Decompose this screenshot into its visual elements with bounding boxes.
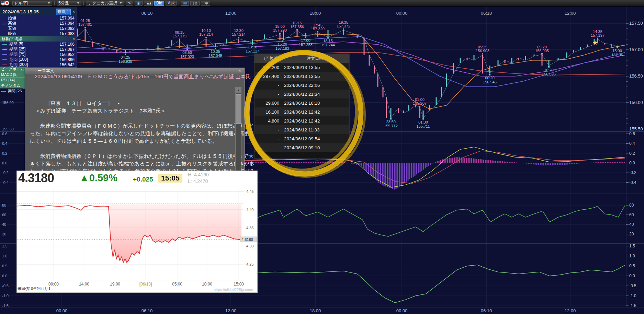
svg-text:13:10: 13:10 bbox=[248, 45, 257, 49]
svg-text:4.35: 4.35 bbox=[246, 226, 253, 230]
timeframe-value: 5分足 bbox=[58, 0, 69, 6]
currency-pair-select[interactable]: ドル/円 ▼ bbox=[12, 1, 52, 6]
svg-text:157.372: 157.372 bbox=[337, 24, 350, 28]
chevron-down-icon: ▼ bbox=[77, 1, 80, 5]
svg-text:0.6: 0.6 bbox=[629, 131, 635, 136]
zoom-out-button[interactable]: ↓⊖ bbox=[190, 1, 200, 6]
yield-change-absolute: +0.025 bbox=[133, 176, 153, 183]
news-line bbox=[30, 145, 236, 152]
svg-text:08:50: 08:50 bbox=[182, 50, 192, 55]
ma-row: 期間 [5]157.106 bbox=[0, 42, 77, 47]
close-icon[interactable]: × bbox=[237, 69, 242, 73]
svg-text:-0.4: -0.4 bbox=[2, 181, 9, 185]
svg-text:-1.0: -1.0 bbox=[629, 293, 636, 298]
svg-text:157.214: 157.214 bbox=[232, 32, 246, 36]
news-window: ニュース本文 × 2024/06/13 09:54:09 ＦＯＭＣこうみる:ドル… bbox=[25, 68, 245, 175]
news-line: 米消費者物価指数（ＣＰＩ）はわずかに下振れただけだったが、ドルは１５５円後半まで… bbox=[30, 152, 236, 160]
ma-value: 156.542 bbox=[60, 62, 75, 67]
svg-text:60: 60 bbox=[629, 212, 634, 217]
news-scrollbar[interactable]: ▲ bbox=[235, 87, 241, 172]
ma-section-header: 移動平均線 × bbox=[0, 36, 77, 42]
svg-text:06:10: 06:10 bbox=[142, 308, 153, 313]
scroll-up-icon[interactable]: ▲ bbox=[236, 88, 241, 93]
bid-button[interactable]: Bid bbox=[154, 1, 164, 6]
yield-change-pct-value: 0.59% bbox=[89, 172, 117, 183]
zoom-in-icon: ↑⊕ bbox=[203, 1, 208, 5]
yield-quote-time: 15:05 bbox=[158, 174, 182, 183]
ma-value: 157.106 bbox=[60, 42, 75, 47]
timeframe-select[interactable]: 5分足 ▼ bbox=[57, 1, 81, 6]
order-table-row[interactable]: -2024/06/12 22:06 bbox=[255, 81, 349, 90]
separator bbox=[179, 1, 179, 5]
ma-section-title: 移動平均線 bbox=[2, 36, 72, 42]
news-body: ［東京 １３日 ロイター］ - ＜みずほ証券 チーフ為替ストラテジスト ?本雅?… bbox=[30, 100, 236, 183]
svg-text:15:20: 15:20 bbox=[278, 42, 287, 46]
ask-button[interactable]: Ask bbox=[166, 1, 177, 6]
close-icon[interactable]: × bbox=[72, 10, 76, 14]
legend-line-swatch bbox=[2, 65, 7, 65]
order-amount: - bbox=[255, 83, 281, 88]
svg-text:-0.4: -0.4 bbox=[629, 180, 636, 185]
separator bbox=[54, 1, 55, 5]
currency-pair-flags-icon bbox=[1, 1, 11, 6]
svg-text:157.50: 157.50 bbox=[629, 21, 643, 26]
ohlc-row: 始値157.094 bbox=[0, 15, 77, 21]
yield-low: L: 4.2470 bbox=[188, 178, 209, 185]
svg-text:-1.5: -1.5 bbox=[2, 304, 9, 308]
order-table-row[interactable]: 16,1002024/06/12 12:42 bbox=[255, 107, 349, 116]
order-table-row[interactable]: -2024/06/12 11:33 bbox=[255, 125, 349, 134]
svg-text:18:00: 18:00 bbox=[310, 11, 321, 16]
svg-text:155.50: 155.50 bbox=[629, 126, 643, 131]
order-amount: 16,100 bbox=[255, 109, 281, 115]
trading-app-screen: 157.50157.50157.00157.00156.50156.50156.… bbox=[0, 0, 644, 314]
zoom-in-button[interactable]: ↑⊕ bbox=[201, 1, 210, 6]
svg-text:04:25: 04:25 bbox=[121, 55, 130, 59]
order-table-row[interactable]: 287,4002024/06/13 13:55 bbox=[255, 72, 349, 81]
order-datetime: 2024/06/12 12:42 bbox=[281, 109, 349, 115]
toolbar: ドル/円 ▼ 5分足 ▼ テクニカル選択 ▼ ✎ i ▲▲ Bid Ask ı bbox=[0, 0, 644, 7]
svg-text:14:00: 14:00 bbox=[79, 282, 89, 287]
svg-text:156.696: 156.696 bbox=[542, 72, 556, 76]
svg-text:156.50: 156.50 bbox=[629, 73, 643, 79]
svg-text:0.4: 0.4 bbox=[2, 141, 7, 146]
svg-text:1.5: 1.5 bbox=[629, 244, 635, 248]
yield-plot: 4.454.404.354.304.254.318009:0014:0019:0… bbox=[17, 171, 257, 292]
low-value: 157.082 bbox=[60, 26, 75, 31]
svg-text:17:00: 17:00 bbox=[301, 38, 310, 43]
info-button[interactable]: i bbox=[135, 1, 143, 6]
chart-style-area-button[interactable]: ▲▲ bbox=[144, 1, 153, 6]
svg-text:0.0: 0.0 bbox=[629, 161, 635, 165]
ohlc-row: 終値157.083 bbox=[0, 31, 77, 36]
svg-text:156.903: 156.903 bbox=[476, 49, 489, 53]
order-datetime: 2024/06/12 09:10 bbox=[281, 145, 349, 150]
svg-text:157.127: 157.127 bbox=[246, 49, 259, 53]
latest-candle-button[interactable]: 最新足 bbox=[56, 9, 71, 15]
svg-text:0.6: 0.6 bbox=[2, 132, 7, 136]
order-amount: - bbox=[255, 136, 281, 141]
candle-chart-button[interactable]: ılıl bbox=[181, 1, 189, 6]
order-table-row[interactable]: -2024/06/12 09:10 bbox=[255, 143, 349, 152]
info-icon: i bbox=[137, 1, 140, 5]
scrollbar-thumb[interactable] bbox=[236, 94, 241, 124]
svg-text:80: 80 bbox=[629, 203, 634, 208]
technical-select-button[interactable]: テクニカル選択 ▼ bbox=[86, 1, 124, 6]
ma-row: 期間 [75]156.952 bbox=[0, 52, 77, 57]
svg-text:155.907: 155.907 bbox=[413, 101, 427, 105]
order-table-row[interactable]: 4,8002024/06/12 12:42 bbox=[255, 116, 349, 125]
close-icon[interactable]: × bbox=[72, 37, 76, 41]
draw-tool-button[interactable]: ✎ bbox=[126, 1, 133, 6]
order-table-row[interactable]: 193,2002024/06/13 13:55 bbox=[255, 63, 349, 72]
order-amount: 287,400 bbox=[255, 74, 281, 79]
order-table-body: 193,2002024/06/13 13:55287,4002024/06/13… bbox=[255, 63, 349, 152]
svg-text:09:00: 09:00 bbox=[48, 282, 59, 287]
bid-label: Bid bbox=[156, 1, 162, 5]
order-table-row[interactable]: -2024/06/12 09:54 bbox=[255, 134, 349, 143]
order-datetime: 2024/06/12 21:34 bbox=[281, 92, 349, 97]
svg-text:157.023: 157.023 bbox=[180, 55, 194, 59]
svg-text:10:20: 10:20 bbox=[544, 68, 554, 72]
order-table-row[interactable]: 29,6002024/06/12 16:18 bbox=[255, 98, 349, 107]
svg-text:06:20: 06:20 bbox=[485, 76, 495, 80]
open-value: 157.094 bbox=[60, 16, 75, 21]
order-table-row[interactable]: -2024/06/12 21:34 bbox=[255, 90, 349, 98]
order-datetime: 2024/06/12 12:42 bbox=[281, 118, 349, 124]
